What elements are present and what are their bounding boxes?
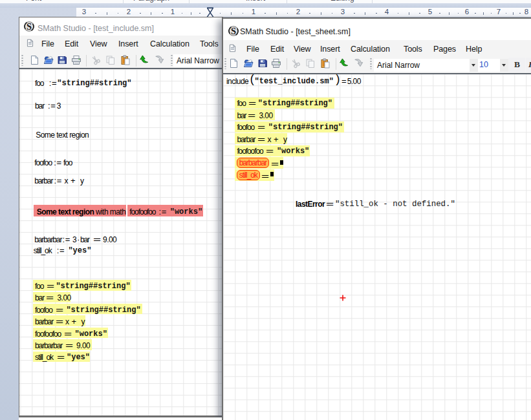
svg-text:S: S	[27, 21, 32, 32]
svg-text:S: S	[230, 26, 235, 36]
